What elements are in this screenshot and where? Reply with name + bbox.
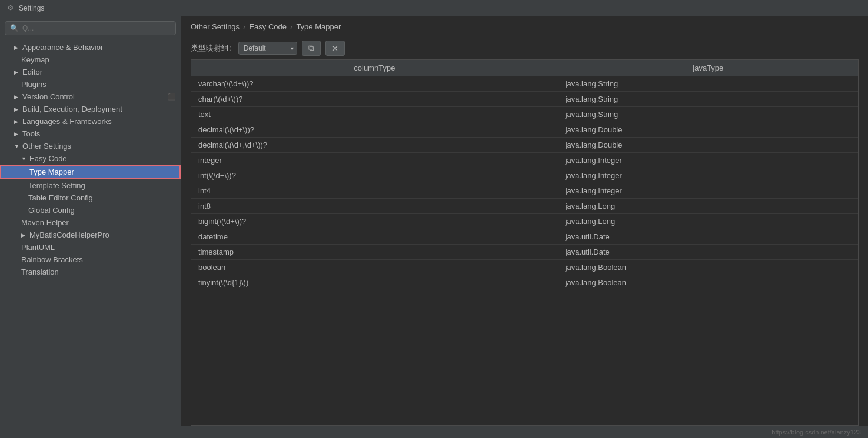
cell-column-type: decimal(\(\d+,\d+\))?: [191, 138, 558, 153]
cell-column-type: datetime: [191, 229, 558, 245]
table-row[interactable]: int4 java.lang.Integer: [191, 183, 858, 199]
cell-java-type: java.lang.Integer: [558, 183, 858, 199]
sidebar-item-tools[interactable]: ▶ Tools: [0, 128, 181, 140]
cell-column-type: text: [191, 107, 558, 122]
sidebar-item-keymap[interactable]: Keymap: [0, 54, 181, 66]
table-row[interactable]: decimal(\(\d+\))? java.lang.Double: [191, 122, 858, 138]
delete-button[interactable]: ✕: [325, 41, 345, 56]
table-row[interactable]: timestamp java.util.Date: [191, 245, 858, 260]
sidebar-item-global-config[interactable]: Global Config: [0, 204, 181, 216]
cell-java-type: java.lang.Double: [558, 122, 858, 138]
sidebar-item-label: Global Config: [28, 206, 75, 215]
cell-column-type: decimal(\(\d+\))?: [191, 122, 558, 138]
type-mapper-group-select[interactable]: Default: [238, 42, 297, 55]
cell-column-type: varchar(\(\d+\))?: [191, 76, 558, 92]
cell-java-type: java.lang.Boolean: [558, 275, 858, 290]
table-row[interactable]: decimal(\(\d+,\d+\))? java.lang.Double: [191, 138, 858, 153]
table-row[interactable]: bigint(\(\d+\))? java.lang.Long: [191, 214, 858, 229]
sidebar-item-label: Maven Helper: [21, 218, 69, 227]
chevron-right-icon: ▶: [14, 45, 20, 51]
table-row[interactable]: text java.lang.String: [191, 107, 858, 122]
sidebar-item-languages-frameworks[interactable]: ▶ Languages & Frameworks: [0, 115, 181, 128]
table-row[interactable]: int8 java.lang.Long: [191, 199, 858, 214]
sidebar-item-version-control[interactable]: ▶ Version Control ⬛: [0, 91, 181, 103]
table-row[interactable]: datetime java.util.Date: [191, 229, 858, 245]
title-bar: ⚙ Settings: [0, 0, 868, 16]
copy-button[interactable]: ⧉: [302, 41, 321, 56]
sidebar-item-plugins[interactable]: Plugins: [0, 78, 181, 91]
cell-column-type: tinyint(\(\d{1}\)): [191, 275, 558, 290]
sidebar-item-label: Other Settings: [22, 142, 71, 151]
table-container: columnType javaType varchar(\(\d+\))? ja…: [191, 59, 859, 426]
sidebar-item-template-setting[interactable]: Template Setting: [0, 179, 181, 192]
sidebar-item-other-settings[interactable]: ▼ Other Settings: [0, 140, 181, 152]
chevron-down-icon: ▼: [21, 156, 27, 162]
type-mapper-table: columnType javaType varchar(\(\d+\))? ja…: [191, 60, 858, 290]
sidebar-item-label: Version Control: [22, 92, 75, 101]
table-row[interactable]: integer java.lang.Integer: [191, 153, 858, 168]
column-header-java-type: javaType: [558, 60, 858, 76]
sidebar-item-label: Appearance & Behavior: [22, 43, 103, 52]
search-box[interactable]: 🔍: [5, 21, 176, 35]
cell-column-type: char(\(\d+\))?: [191, 92, 558, 107]
cell-column-type: int4: [191, 183, 558, 199]
cell-column-type: integer: [191, 153, 558, 168]
sidebar-item-rainbow-brackets[interactable]: Rainbow Brackets: [0, 253, 181, 266]
sidebar-item-table-editor-config[interactable]: Table Editor Config: [0, 192, 181, 204]
table-row[interactable]: char(\(\d+\))? java.lang.String: [191, 92, 858, 107]
sidebar-item-label: Rainbow Brackets: [21, 255, 83, 264]
sidebar-item-plantuml[interactable]: PlantUML: [0, 241, 181, 253]
sidebar-item-label: Table Editor Config: [28, 193, 93, 202]
breadcrumb-sep-2: ›: [290, 22, 292, 31]
cell-java-type: java.lang.Double: [558, 138, 858, 153]
cell-java-type: java.util.Date: [558, 229, 858, 245]
cell-java-type: java.lang.Long: [558, 214, 858, 229]
cell-column-type: timestamp: [191, 245, 558, 260]
sidebar-item-appearance-behavior[interactable]: ▶ Appearance & Behavior: [0, 41, 181, 54]
copy-icon: ⧉: [308, 44, 314, 53]
main-layout: 🔍 ▶ Appearance & Behavior Keymap ▶ Edito…: [0, 16, 868, 438]
breadcrumb-other-settings[interactable]: Other Settings: [191, 22, 240, 31]
chevron-down-icon: ▼: [14, 143, 20, 149]
dropdown-wrapper[interactable]: Default: [238, 42, 297, 55]
sidebar-item-label: Easy Code: [29, 154, 67, 163]
search-input[interactable]: [22, 24, 171, 32]
cell-java-type: java.lang.String: [558, 107, 858, 122]
cell-java-type: java.lang.String: [558, 92, 858, 107]
footer-url: https://blog.csdn.net/alanzy123: [771, 429, 861, 436]
sidebar-list: ▶ Appearance & Behavior Keymap ▶ Editor …: [0, 40, 181, 438]
sidebar-item-label: PlantUML: [21, 243, 55, 252]
breadcrumb-easy-code[interactable]: Easy Code: [249, 22, 287, 31]
sidebar-item-label: Editor: [22, 68, 42, 76]
version-control-icon: ⬛: [168, 93, 176, 101]
toolbar-label: 类型映射组:: [191, 43, 231, 54]
sidebar-item-editor[interactable]: ▶ Editor: [0, 66, 181, 78]
cell-java-type: java.lang.String: [558, 76, 858, 92]
sidebar-item-label: Type Mapper: [29, 168, 74, 176]
table-row[interactable]: int(\(\d+\))? java.lang.Integer: [191, 168, 858, 183]
sidebar-item-build-execution[interactable]: ▶ Build, Execution, Deployment: [0, 103, 181, 115]
sidebar-item-easy-code[interactable]: ▼ Easy Code: [0, 152, 181, 165]
breadcrumb-type-mapper: Type Mapper: [296, 22, 341, 31]
sidebar-item-type-mapper[interactable]: Type Mapper: [0, 165, 181, 179]
chevron-right-icon: ▶: [14, 131, 20, 137]
chevron-right-icon: ▶: [14, 69, 20, 75]
sidebar-item-label: Template Setting: [28, 181, 85, 190]
sidebar-item-label: Translation: [21, 268, 59, 276]
breadcrumb: Other Settings › Easy Code › Type Mapper: [181, 16, 868, 37]
table-row[interactable]: boolean java.lang.Boolean: [191, 260, 858, 275]
sidebar-item-mybatis-helper[interactable]: ▶ MyBatisCodeHelperPro: [0, 229, 181, 241]
sidebar-item-translation[interactable]: Translation: [0, 266, 181, 278]
cell-java-type: java.lang.Boolean: [558, 260, 858, 275]
chevron-right-icon: ▶: [14, 119, 20, 125]
table-body: varchar(\(\d+\))? java.lang.String char(…: [191, 76, 858, 290]
sidebar-item-label: Tools: [22, 129, 40, 138]
sidebar-item-maven-helper[interactable]: Maven Helper: [0, 216, 181, 229]
toolbar: 类型映射组: Default ⧉ ✕: [181, 37, 868, 59]
column-header-column-type: columnType: [191, 60, 558, 76]
table-row[interactable]: varchar(\(\d+\))? java.lang.String: [191, 76, 858, 92]
cell-column-type: int(\(\d+\))?: [191, 168, 558, 183]
cell-column-type: boolean: [191, 260, 558, 275]
table-row[interactable]: tinyint(\(\d{1}\)) java.lang.Boolean: [191, 275, 858, 290]
sidebar-item-label: Plugins: [21, 80, 46, 89]
